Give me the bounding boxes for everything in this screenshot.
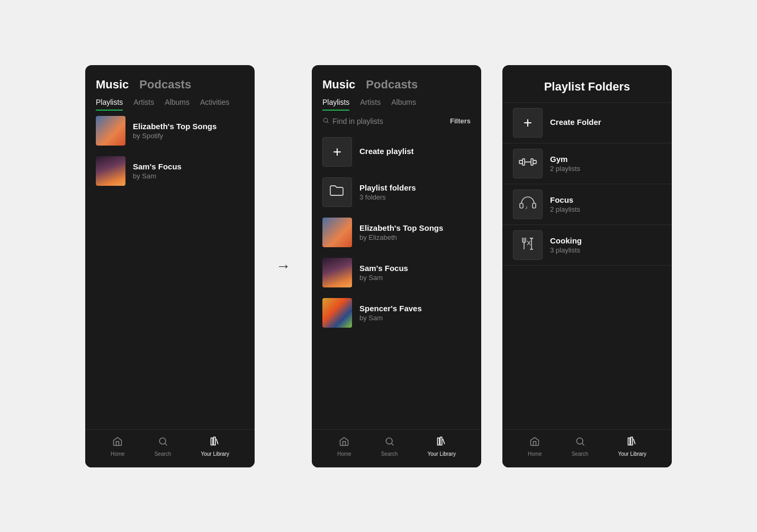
svg-rect-7 — [519, 160, 522, 164]
list-item-info: Create Folder — [550, 118, 661, 128]
item-sub: by Spotify — [133, 132, 244, 140]
nav-search[interactable]: Search — [381, 436, 398, 457]
list-item-info: Focus 2 playlists — [550, 195, 661, 213]
thumb-spencer — [322, 298, 352, 328]
nav-search[interactable]: Search — [155, 436, 172, 457]
item-sub: by Sam — [359, 274, 471, 282]
phone2-subtab-artists[interactable]: Artists — [360, 98, 381, 111]
folder-gym[interactable]: Gym 2 playlists — [502, 143, 672, 184]
phone2-tab-music[interactable]: Music — [322, 78, 355, 92]
list-item-info: Spencer's Faves by Sam — [359, 304, 471, 322]
nav-library[interactable]: Your Library — [201, 436, 229, 457]
nav-library-label: Your Library — [201, 451, 229, 457]
nav-home-label: Home — [111, 451, 125, 457]
playlist-folders-item[interactable]: Playlist folders 3 folders — [312, 172, 481, 212]
gym-icon — [519, 157, 537, 170]
svg-point-0 — [159, 438, 166, 444]
item-sub: by Elizabeth — [359, 233, 471, 241]
list-item[interactable]: Sam's Focus by Sam — [85, 151, 255, 191]
playlist-folders-sub: 3 folders — [359, 193, 471, 201]
phone1-list: Elizabeth's Top Songs by Spotify Sam's F… — [85, 111, 255, 429]
focus-icon: ♪ — [518, 195, 537, 213]
list-item[interactable]: Spencer's Faves by Sam — [312, 293, 481, 333]
nav-home[interactable]: Home — [337, 436, 352, 457]
nav-home[interactable]: Home — [528, 436, 542, 457]
playlist-folders-title: Playlist folders — [359, 183, 471, 192]
phone1-header: Music Podcasts Playlists Artists Albums … — [85, 65, 255, 111]
svg-rect-8 — [533, 160, 536, 164]
filters-button[interactable]: Filters — [450, 117, 471, 125]
svg-rect-6 — [440, 437, 442, 445]
svg-rect-13 — [533, 203, 536, 208]
home-icon — [339, 436, 349, 449]
playlist-folders-thumb — [322, 177, 352, 207]
search-input-wrap[interactable]: Find in playlists — [322, 117, 446, 125]
phone1-tab-music[interactable]: Music — [96, 78, 129, 92]
list-item[interactable]: Elizabeth's Top Songs by Elizabeth — [312, 212, 481, 253]
nav-search[interactable]: Search — [572, 436, 589, 457]
folder-focus[interactable]: ♪ Focus 2 playlists — [502, 184, 672, 224]
nav-search-label: Search — [155, 451, 172, 457]
nav-library[interactable]: Your Library — [427, 436, 456, 457]
gym-thumb — [513, 149, 543, 178]
phone3-bottom-nav: Home Search Your Library — [502, 429, 672, 467]
create-playlist-thumb: + — [322, 137, 352, 167]
item-title: Elizabeth's Top Songs — [359, 223, 471, 232]
plus-icon: + — [333, 143, 341, 160]
focus-thumb: ♪ — [513, 190, 543, 219]
list-item-info: Cooking 3 playlists — [550, 236, 661, 254]
search-bar: Find in playlists Filters — [312, 111, 481, 132]
phone2-bottom-nav: Home Search Your Library — [312, 429, 481, 467]
cooking-icon — [520, 236, 536, 254]
nav-home-label: Home — [337, 451, 352, 457]
phone1-bottom-nav: Home Search Your Library — [85, 429, 255, 467]
nav-library-label: Your Library — [618, 451, 646, 457]
folder-icon — [329, 184, 345, 201]
arrow: → — [276, 258, 291, 275]
item-sub: by Sam — [133, 172, 244, 180]
create-playlist-item[interactable]: + Create playlist — [312, 132, 481, 172]
svg-point-4 — [386, 438, 392, 444]
svg-text:♪: ♪ — [525, 204, 528, 210]
library-icon — [627, 436, 637, 449]
phone1-subtab-activities[interactable]: Activities — [200, 98, 229, 111]
create-folder-item[interactable]: + Create Folder — [502, 103, 672, 143]
svg-rect-24 — [631, 437, 633, 445]
phone1-subtab-artists[interactable]: Artists — [133, 98, 154, 111]
list-item-info: Sam's Focus by Sam — [359, 264, 471, 282]
phone2-list: + Create playlist — [312, 132, 481, 429]
gym-sub: 2 playlists — [550, 165, 661, 173]
thumb-elizabeth — [322, 218, 352, 247]
phone2-tab-podcasts[interactable]: Podcasts — [366, 78, 418, 92]
create-folder-title: Create Folder — [550, 118, 661, 127]
list-item-info: Sam's Focus by Sam — [133, 162, 244, 180]
phone1: Music Podcasts Playlists Artists Albums … — [85, 65, 255, 467]
svg-rect-2 — [214, 437, 215, 445]
thumb-focus — [96, 156, 125, 186]
list-item[interactable]: Elizabeth's Top Songs by Spotify — [85, 111, 255, 151]
nav-library[interactable]: Your Library — [618, 436, 646, 457]
phone2-subtab-albums[interactable]: Albums — [391, 98, 416, 111]
item-title: Spencer's Faves — [359, 304, 471, 313]
divider — [502, 265, 672, 266]
nav-search-label: Search — [381, 451, 398, 457]
item-title: Sam's Focus — [359, 264, 471, 273]
search-icon — [384, 436, 395, 449]
gym-title: Gym — [550, 155, 661, 164]
phone1-subtab-albums[interactable]: Albums — [165, 98, 190, 111]
list-item[interactable]: Sam's Focus by Sam — [312, 253, 481, 293]
svg-rect-23 — [628, 438, 630, 445]
search-icon — [575, 436, 585, 449]
thumb-focus — [322, 258, 352, 287]
home-icon — [112, 436, 123, 449]
list-item-info: Gym 2 playlists — [550, 155, 661, 173]
phone1-subtab-playlists[interactable]: Playlists — [96, 98, 123, 111]
nav-library-label: Your Library — [427, 451, 456, 457]
nav-home[interactable]: Home — [111, 436, 125, 457]
folder-cooking[interactable]: Cooking 3 playlists — [502, 225, 672, 265]
cooking-sub: 3 playlists — [550, 246, 661, 254]
phone2-subtab-playlists[interactable]: Playlists — [322, 98, 349, 111]
home-icon — [529, 436, 540, 449]
phone1-tab-podcasts[interactable]: Podcasts — [139, 78, 191, 92]
cooking-thumb — [513, 230, 543, 260]
